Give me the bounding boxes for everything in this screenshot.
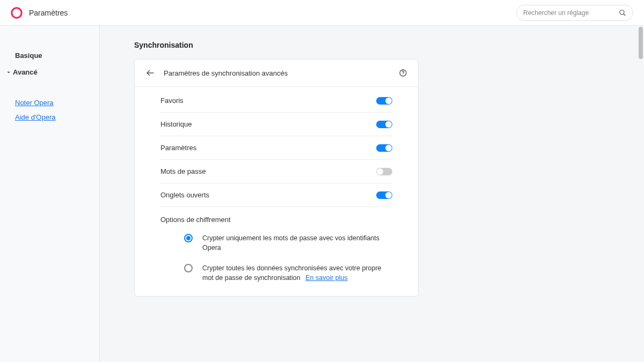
svg-point-5 — [402, 75, 403, 75]
search-input[interactable] — [523, 9, 619, 17]
section-title: Synchronisation — [134, 41, 610, 49]
sidebar-link-rate-opera[interactable]: Noter Opera — [0, 95, 99, 110]
row-label: Favoris — [160, 97, 184, 105]
toggle-passwords[interactable] — [376, 168, 392, 175]
row-history: Historique — [160, 113, 392, 136]
radio-label: Crypter uniquement les mots de passe ave… — [202, 233, 392, 253]
learn-more-link[interactable]: En savoir plus — [305, 274, 348, 282]
scrollbar-thumb[interactable] — [639, 27, 643, 59]
radio-icon[interactable] — [184, 264, 193, 272]
search-box[interactable] — [516, 5, 633, 21]
radio-label: Crypter toutes les données synchronisées… — [202, 263, 392, 283]
sidebar-link-help[interactable]: Aide d'Opera — [0, 110, 99, 124]
chevron-down-icon — [6, 70, 11, 75]
row-open-tabs: Onglets ouverts — [160, 183, 392, 207]
svg-line-2 — [624, 13, 626, 16]
radio-icon[interactable] — [184, 234, 193, 242]
svg-point-0 — [12, 8, 21, 17]
row-label: Historique — [160, 120, 192, 128]
row-label: Mots de passe — [160, 167, 206, 175]
radio-label-text: Crypter toutes les données synchronisées… — [202, 264, 382, 282]
sidebar-item-label: Avancé — [13, 68, 38, 76]
main: Basique Avancé Noter Opera Aide d'Opera … — [0, 26, 644, 362]
sidebar-item-basic[interactable]: Basique — [0, 47, 99, 64]
page-title: Paramètres — [29, 9, 68, 17]
card-title: Paramètres de synchronisation avancés — [164, 69, 288, 77]
sidebar-item-advanced[interactable]: Avancé — [0, 64, 99, 80]
content-area: Synchronisation Paramètres de synchronis… — [100, 26, 644, 362]
row-passwords: Mots de passe — [160, 160, 392, 183]
search-icon — [619, 9, 626, 17]
toggle-favorites[interactable] — [376, 97, 392, 105]
sync-settings-card: Paramètres de synchronisation avancés Fa… — [134, 59, 419, 297]
back-arrow-icon[interactable] — [145, 68, 155, 78]
app-header: Paramètres — [0, 0, 644, 26]
row-label: Onglets ouverts — [160, 191, 209, 199]
sidebar: Basique Avancé Noter Opera Aide d'Opera — [0, 26, 100, 362]
encryption-radio-group: Crypter uniquement les mots de passe ave… — [160, 224, 392, 283]
row-favorites: Favoris — [160, 89, 392, 113]
content-inner: Synchronisation Paramètres de synchronis… — [100, 26, 644, 312]
card-header: Paramètres de synchronisation avancés — [135, 60, 418, 87]
row-label: Paramètres — [160, 144, 196, 152]
sidebar-spacer — [0, 80, 99, 95]
encryption-title: Options de chiffrement — [160, 216, 231, 224]
header-left: Paramètres — [11, 7, 68, 19]
row-settings: Paramètres — [160, 136, 392, 160]
opera-logo-icon — [11, 7, 23, 19]
toggle-history[interactable] — [376, 121, 392, 128]
toggle-settings[interactable] — [376, 144, 392, 152]
toggle-open-tabs[interactable] — [376, 191, 392, 199]
encryption-option-2[interactable]: Crypter toutes les données synchronisées… — [184, 263, 392, 283]
svg-point-1 — [620, 10, 624, 14]
encryption-option-1[interactable]: Crypter uniquement les mots de passe ave… — [184, 233, 392, 253]
help-icon[interactable] — [399, 69, 407, 77]
sidebar-item-label: Basique — [15, 51, 42, 60]
encryption-section: Options de chiffrement Crypter uniquemen… — [160, 207, 392, 283]
card-body: Favoris Historique Paramètres Mots de pa… — [135, 87, 418, 296]
